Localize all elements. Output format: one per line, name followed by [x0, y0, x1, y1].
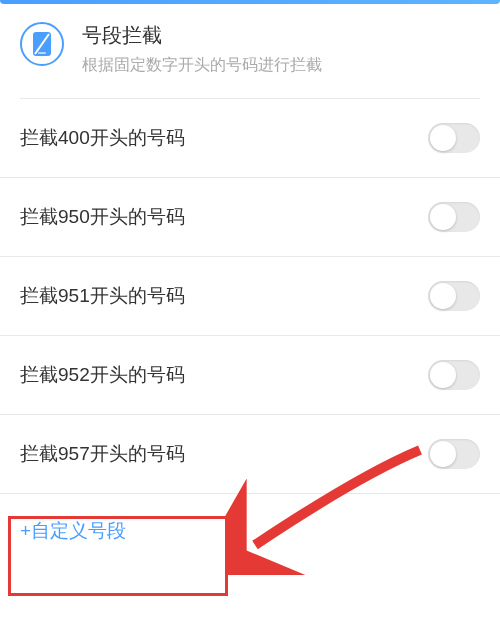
- list-item: 拦截400开头的号码: [0, 99, 500, 178]
- list-item-label: 拦截950开头的号码: [20, 204, 185, 230]
- list-item: 拦截957开头的号码: [0, 415, 500, 494]
- list-item: 拦截952开头的号码: [0, 336, 500, 415]
- toggle-switch[interactable]: [428, 281, 480, 311]
- section-header: 号段拦截 根据固定数字开头的号码进行拦截: [0, 4, 500, 98]
- toggle-switch[interactable]: [428, 439, 480, 469]
- header-subtitle: 根据固定数字开头的号码进行拦截: [82, 55, 322, 76]
- toggle-switch[interactable]: [428, 360, 480, 390]
- prefix-block-icon: [20, 22, 64, 66]
- list-item: 拦截950开头的号码: [0, 178, 500, 257]
- prefix-list: 拦截400开头的号码 拦截950开头的号码 拦截951开头的号码 拦截952开头…: [0, 99, 500, 494]
- list-item-label: 拦截952开头的号码: [20, 362, 185, 388]
- toggle-switch[interactable]: [428, 123, 480, 153]
- list-item-label: 拦截951开头的号码: [20, 283, 185, 309]
- settings-panel: 号段拦截 根据固定数字开头的号码进行拦截 拦截400开头的号码 拦截950开头的…: [0, 0, 500, 640]
- list-item-label: 拦截400开头的号码: [20, 125, 185, 151]
- header-title: 号段拦截: [82, 22, 322, 49]
- header-text-group: 号段拦截 根据固定数字开头的号码进行拦截: [82, 22, 322, 76]
- svg-rect-2: [38, 52, 46, 54]
- list-item-label: 拦截957开头的号码: [20, 441, 185, 467]
- list-item: 拦截951开头的号码: [0, 257, 500, 336]
- toggle-switch[interactable]: [428, 202, 480, 232]
- add-custom-prefix-button[interactable]: +自定义号段: [0, 494, 500, 568]
- add-custom-prefix-label: +自定义号段: [20, 520, 126, 541]
